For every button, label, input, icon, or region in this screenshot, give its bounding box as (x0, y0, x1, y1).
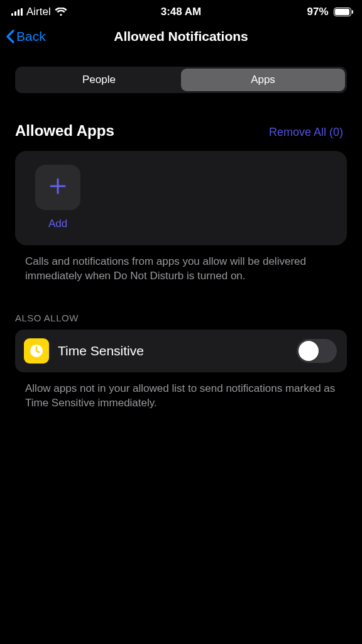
status-bar: Airtel 3:48 AM 97% (0, 0, 362, 21)
back-label: Back (16, 29, 46, 44)
segment-apps[interactable]: Apps (181, 69, 345, 91)
add-app-tile: Add (33, 165, 83, 230)
allowed-apps-header-row: Allowed Apps Remove All (0) (0, 93, 362, 146)
battery-percent: 97% (307, 6, 328, 18)
nav-header: Back Allowed Notifications (0, 21, 362, 52)
remove-all-button[interactable]: Remove All (0) (269, 126, 343, 139)
plus-icon (47, 175, 69, 199)
add-app-button[interactable] (35, 165, 80, 210)
wifi-icon (55, 8, 67, 16)
page-title: Allowed Notifications (0, 29, 362, 44)
battery-fill (335, 9, 349, 15)
carrier-label: Airtel (26, 6, 51, 18)
time-sensitive-toggle[interactable] (297, 339, 337, 363)
status-left: Airtel (11, 6, 67, 18)
segmented-control: People Apps (15, 67, 347, 93)
status-right: 97% (307, 6, 353, 18)
time-sensitive-row: Time Sensitive (15, 330, 347, 372)
also-allow-header: ALSO ALLOW (0, 284, 362, 330)
battery-icon (331, 8, 354, 16)
time-sensitive-label: Time Sensitive (58, 343, 288, 358)
time-sensitive-description: Allow apps not in your allowed list to s… (0, 372, 362, 411)
signal-icon (11, 8, 23, 16)
clock-icon (24, 338, 49, 364)
toggle-knob (299, 341, 319, 361)
allowed-apps-card: Add (15, 151, 347, 245)
allowed-apps-description: Calls and notifications from apps you al… (0, 245, 362, 284)
segment-people[interactable]: People (17, 69, 181, 91)
segment-apps-label: Apps (251, 74, 275, 86)
segment-people-label: People (82, 74, 116, 86)
chevron-left-icon (5, 29, 15, 44)
add-label: Add (48, 218, 67, 230)
allowed-apps-title: Allowed Apps (15, 122, 114, 140)
segmented-control-wrap: People Apps (0, 52, 362, 93)
back-button[interactable]: Back (0, 29, 52, 44)
